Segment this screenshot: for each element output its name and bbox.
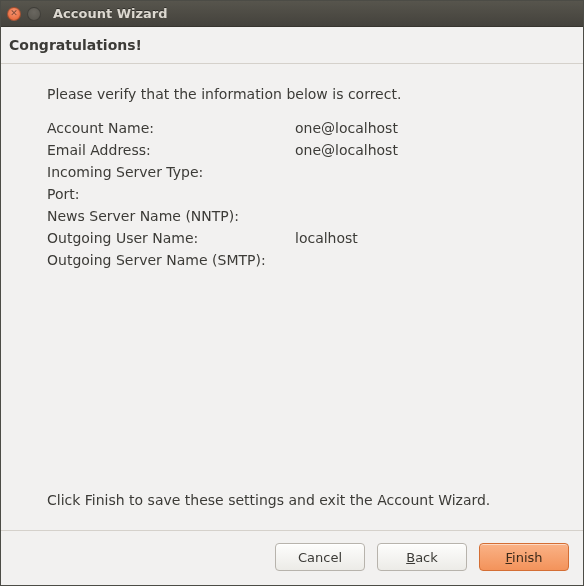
- field-value: one@localhost: [295, 140, 569, 160]
- back-button[interactable]: Back: [377, 543, 467, 571]
- field-label: Email Address:: [47, 140, 295, 160]
- page-title: Congratulations!: [9, 37, 575, 53]
- outro-text: Click Finish to save these settings and …: [47, 492, 569, 508]
- field-label: News Server Name (NNTP):: [47, 206, 295, 226]
- minimize-icon[interactable]: [27, 7, 41, 21]
- field-value: [295, 162, 569, 182]
- account-wizard-window: ✕ Account Wizard Congratulations! Please…: [0, 0, 584, 586]
- titlebar: ✕ Account Wizard: [1, 1, 583, 27]
- field-label: Port:: [47, 184, 295, 204]
- summary-fields: Account Name: one@localhost Email Addres…: [47, 118, 569, 270]
- intro-text: Please verify that the information below…: [47, 86, 569, 102]
- close-icon[interactable]: ✕: [7, 7, 21, 21]
- field-label: Outgoing Server Name (SMTP):: [47, 250, 295, 270]
- field-value: one@localhost: [295, 118, 569, 138]
- wizard-header: Congratulations!: [1, 27, 583, 64]
- wizard-footer: Cancel Back Finish: [1, 531, 583, 585]
- field-label: Outgoing User Name:: [47, 228, 295, 248]
- finish-button[interactable]: Finish: [479, 543, 569, 571]
- cancel-button[interactable]: Cancel: [275, 543, 365, 571]
- field-value: localhost: [295, 228, 569, 248]
- field-value: [295, 206, 569, 226]
- field-label: Incoming Server Type:: [47, 162, 295, 182]
- field-value: [295, 250, 569, 270]
- field-label: Account Name:: [47, 118, 295, 138]
- field-value: [295, 184, 569, 204]
- wizard-content: Please verify that the information below…: [1, 64, 583, 530]
- window-title: Account Wizard: [53, 6, 168, 21]
